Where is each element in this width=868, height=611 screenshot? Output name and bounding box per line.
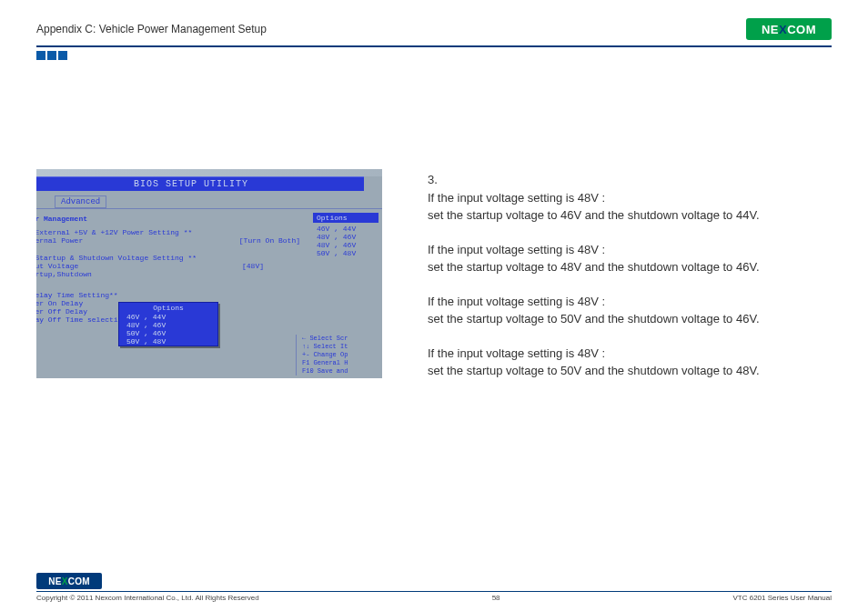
bios-opt-value: 48V , 46V bbox=[313, 241, 378, 249]
para-line: set the startup voltage to 48V and the s… bbox=[428, 258, 760, 276]
bios-title: BIOS SETUP UTILITY bbox=[36, 176, 364, 191]
bios-ext-power-label: External Power bbox=[36, 236, 83, 245]
header-divider bbox=[36, 45, 832, 47]
bios-power-on-delay: Power On Delay bbox=[36, 299, 83, 307]
bios-ext-power-value: [Turn On Both] bbox=[239, 236, 300, 245]
para-line: If the input voltage setting is 48V : bbox=[428, 345, 760, 363]
instruction-paragraph: If the input voltage setting is 48V : se… bbox=[428, 293, 760, 328]
bios-delay-off-selection: Delay Off Time selection bbox=[36, 316, 126, 324]
footer-logo: NEXCOM bbox=[36, 573, 102, 589]
para-line: If the input voltage setting is 48V : bbox=[428, 241, 760, 259]
bios-tab-advanced: Advanced bbox=[55, 195, 106, 208]
instruction-paragraph: If the input voltage setting is 48V : se… bbox=[428, 189, 760, 225]
bios-help-line: F1 General H bbox=[302, 359, 382, 367]
bios-delay-title: **Delay Time Setting** bbox=[36, 291, 118, 299]
bios-opt-value: 50V , 48V bbox=[313, 249, 378, 257]
bios-options-header: Options bbox=[313, 213, 378, 223]
logo-post: COM bbox=[787, 23, 816, 36]
bios-startup-shutdown: Startup,Shutdown bbox=[36, 270, 92, 278]
bios-help-line: +- Change Op bbox=[302, 351, 382, 359]
instruction-paragraph: If the input voltage setting is 48V : se… bbox=[428, 241, 760, 276]
para-line: If the input voltage setting is 48V : bbox=[428, 189, 760, 207]
bios-power-off-delay: Power Off Delay bbox=[36, 307, 87, 316]
bios-input-voltage-value: [48V] bbox=[242, 262, 264, 270]
bios-opt-value: 48V , 46V bbox=[313, 233, 378, 241]
footer-manual-name: VTC 6201 Series User Manual bbox=[733, 594, 833, 602]
step-number: 3. bbox=[428, 171, 760, 189]
footer-logo-x: X bbox=[62, 576, 68, 586]
bios-popup-item: 50V , 48V bbox=[119, 337, 217, 346]
bios-help-line: F10 Save and bbox=[302, 367, 382, 376]
footer-logo-pre: NE bbox=[48, 576, 62, 586]
bios-ext-setting: ** External +5V & +12V Power Setting ** bbox=[36, 228, 192, 236]
bios-help-panel: ← Select Scr ↑↓ Select It +- Change Op F… bbox=[296, 335, 382, 376]
footer-copyright: Copyright © 2011 Nexcom International Co… bbox=[36, 594, 259, 602]
para-line: set the startup voltage to 50V and the s… bbox=[428, 310, 760, 328]
instruction-text: 3. If the input voltage setting is 48V :… bbox=[428, 169, 760, 396]
instruction-paragraph: If the input voltage setting is 48V : se… bbox=[428, 345, 760, 380]
logo-pre: NE bbox=[762, 23, 779, 36]
bios-options-popup: Options 46V , 44V 48V , 46V 50V , 46V 50… bbox=[118, 302, 218, 346]
decorative-squares bbox=[36, 51, 832, 60]
bios-startup-setting: ** Startup & Shutdown Voltage Setting ** bbox=[36, 254, 197, 262]
bios-popup-item: 46V , 44V bbox=[119, 313, 217, 321]
para-line: If the input voltage setting is 48V : bbox=[428, 293, 760, 311]
bios-help-line: ↑↓ Select It bbox=[302, 343, 382, 351]
brand-logo: NEXCOM bbox=[746, 18, 832, 40]
bios-popup-title: Options bbox=[119, 303, 217, 313]
bios-help-line: ← Select Scr bbox=[302, 335, 382, 343]
bios-screenshot: BIOS SETUP UTILITY Advanced ower Managem… bbox=[36, 169, 382, 378]
footer-divider bbox=[36, 591, 832, 592]
para-line: set the startup voltage to 50V and the s… bbox=[428, 362, 760, 380]
bios-input-voltage-label: Input Voltage bbox=[36, 262, 78, 270]
header-title: Appendix C: Vehicle Power Management Set… bbox=[36, 23, 267, 35]
para-line: set the startup voltage to 46V and the s… bbox=[428, 206, 760, 225]
logo-x: X bbox=[779, 23, 787, 36]
bios-opt-value: 46V , 44V bbox=[313, 225, 378, 233]
bios-popup-item: 48V , 46V bbox=[119, 321, 217, 329]
bios-popup-item: 50V , 46V bbox=[119, 329, 217, 337]
footer-logo-post: COM bbox=[68, 576, 90, 586]
bios-options-list: 46V , 44V 48V , 46V 48V , 46V 50V , 48V bbox=[313, 223, 378, 259]
footer-page-number: 58 bbox=[492, 594, 500, 602]
